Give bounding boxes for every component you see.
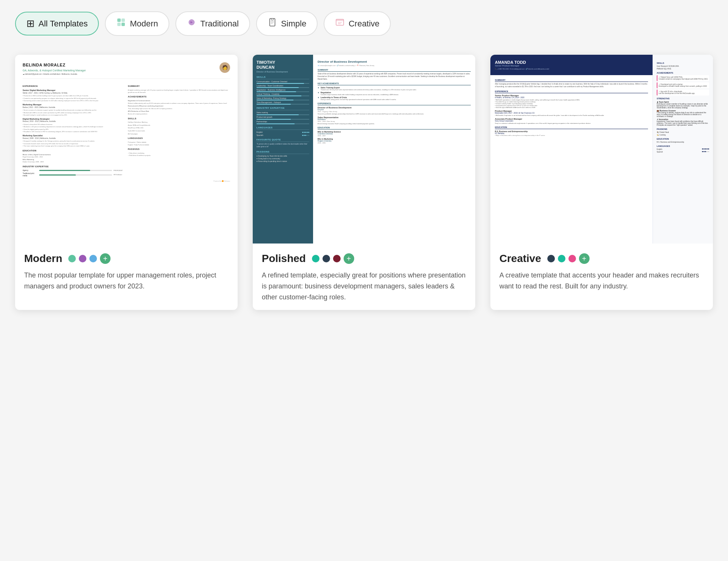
filter-bar: ⊞ All Templates Modern Traditional bbox=[15, 11, 713, 36]
template-card-modern[interactable]: BELINDA MORALEZ GA, Adwords, & Hubspot C… bbox=[15, 55, 238, 310]
svg-rect-1 bbox=[121, 18, 125, 22]
tab-all-templates-label: All Templates bbox=[38, 19, 88, 29]
template-name-modern: Modern bbox=[24, 253, 62, 265]
tab-traditional-label: Traditional bbox=[200, 19, 239, 29]
color-dot-2[interactable] bbox=[79, 255, 86, 262]
template-preview-creative: AMANDA TODD Senior Product Manager 📞 +1 … bbox=[490, 55, 713, 244]
add-color-button[interactable]: + bbox=[100, 253, 111, 264]
template-desc-polished: A refined template, especially great for… bbox=[262, 270, 466, 302]
all-templates-icon: ⊞ bbox=[26, 18, 35, 29]
template-card-polished[interactable]: TIMOTHYDUNCAN Director of Business Devel… bbox=[253, 55, 475, 310]
template-name-polished: Polished bbox=[262, 253, 306, 265]
template-info-creative: Creative + A creative template that acce… bbox=[490, 244, 713, 299]
svg-rect-10 bbox=[336, 19, 344, 21]
color-dot-creative-1[interactable] bbox=[547, 255, 555, 262]
add-color-button-polished[interactable]: + bbox=[344, 253, 354, 264]
add-color-button-creative[interactable]: + bbox=[579, 253, 590, 264]
template-preview-modern: BELINDA MORALEZ GA, Adwords, & Hubspot C… bbox=[15, 55, 238, 244]
template-desc-creative: A creative template that accents your he… bbox=[499, 270, 704, 292]
svg-rect-3 bbox=[121, 23, 125, 26]
color-options-creative: + bbox=[547, 253, 590, 264]
template-card-creative[interactable]: AMANDA TODD Senior Product Manager 📞 +1 … bbox=[490, 55, 713, 310]
template-name-creative: Creative bbox=[499, 253, 541, 265]
color-dot-creative-3[interactable] bbox=[568, 255, 576, 262]
creative-icon bbox=[335, 17, 345, 30]
color-dot-3[interactable] bbox=[89, 255, 97, 262]
tab-simple[interactable]: Simple bbox=[256, 11, 318, 36]
template-info-modern: Modern + The most popular template for u… bbox=[15, 244, 238, 299]
tab-all-templates[interactable]: ⊞ All Templates bbox=[15, 12, 99, 35]
traditional-icon bbox=[187, 17, 197, 30]
template-info-polished: Polished + A refined template, especiall… bbox=[253, 244, 475, 310]
tab-traditional[interactable]: Traditional bbox=[175, 11, 250, 36]
modern-icon bbox=[116, 17, 126, 30]
color-dot-creative-2[interactable] bbox=[558, 255, 565, 262]
color-dot-polished-2[interactable] bbox=[323, 255, 330, 262]
tab-modern[interactable]: Modern bbox=[105, 11, 169, 36]
tab-creative[interactable]: Creative bbox=[324, 11, 391, 36]
template-grid: BELINDA MORALEZ GA, Adwords, & Hubspot C… bbox=[15, 55, 713, 310]
tab-simple-label: Simple bbox=[281, 19, 306, 29]
svg-rect-2 bbox=[117, 23, 121, 26]
template-desc-modern: The most popular template for upper mana… bbox=[24, 270, 229, 292]
color-dot-polished-3[interactable] bbox=[333, 255, 341, 262]
template-preview-polished: TIMOTHYDUNCAN Director of Business Devel… bbox=[253, 55, 475, 244]
simple-icon bbox=[267, 17, 277, 30]
color-options-modern: + bbox=[68, 253, 111, 264]
color-dot-1[interactable] bbox=[68, 255, 76, 262]
tab-creative-label: Creative bbox=[349, 19, 379, 29]
tab-modern-label: Modern bbox=[130, 19, 158, 29]
color-options-polished: + bbox=[312, 253, 354, 264]
color-dot-polished-1[interactable] bbox=[312, 255, 319, 262]
svg-rect-0 bbox=[117, 18, 121, 22]
svg-rect-5 bbox=[271, 18, 273, 20]
